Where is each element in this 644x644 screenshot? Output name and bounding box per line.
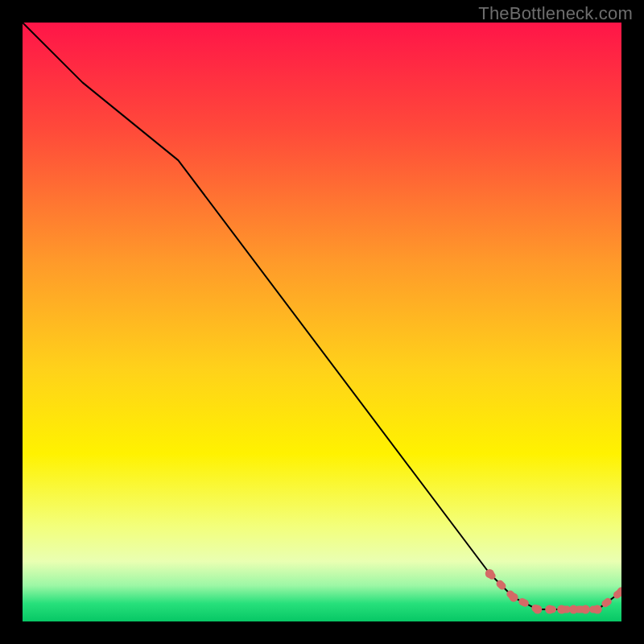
- data-point: [510, 593, 518, 602]
- data-point: [485, 569, 494, 578]
- data-point: [593, 605, 602, 614]
- data-point: [581, 605, 590, 614]
- plot-area: [23, 23, 621, 621]
- data-point: [569, 605, 578, 614]
- gradient-background: [23, 23, 621, 621]
- chart-svg: [23, 23, 621, 621]
- data-point: [545, 605, 554, 614]
- data-point: [533, 605, 542, 614]
- chart-frame: TheBottleneck.com: [0, 0, 644, 644]
- data-point: [557, 605, 566, 614]
- watermark-text: TheBottleneck.com: [478, 3, 633, 24]
